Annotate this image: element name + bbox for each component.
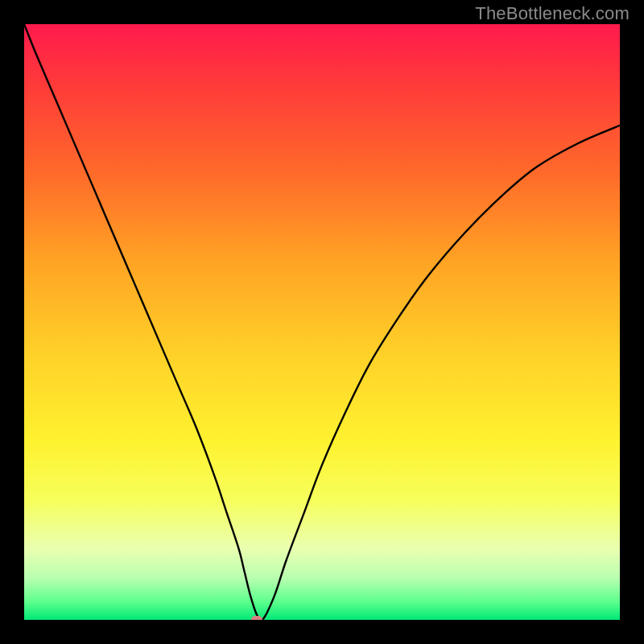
plot-area — [24, 24, 620, 620]
bottleneck-curve — [24, 24, 620, 620]
outer-frame: TheBottleneck.com — [0, 0, 644, 644]
optimum-marker — [251, 616, 262, 620]
watermark-text: TheBottleneck.com — [475, 3, 630, 24]
